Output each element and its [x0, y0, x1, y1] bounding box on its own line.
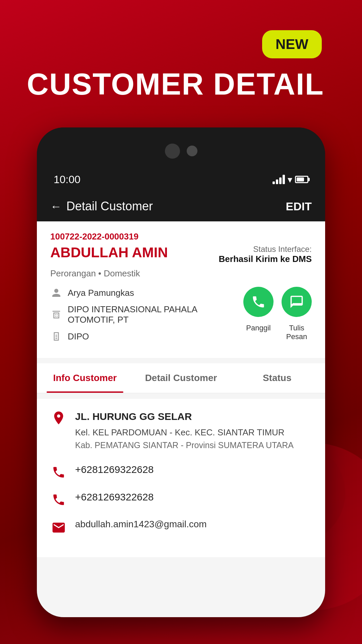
email-icon [50, 520, 67, 535]
screen-title: Detail Customer [66, 199, 153, 213]
address-kelurahan: Kel. KEL PARDOMUAN - Kec. KEC. SIANTAR T… [75, 426, 294, 439]
short-company-row: DIPO [50, 330, 243, 342]
location-icon [50, 410, 67, 426]
status-value: Berhasil Kirim ke DMS [219, 254, 312, 264]
message-button[interactable] [282, 287, 312, 317]
page-title: CUSTOMER DETAIL [27, 67, 324, 102]
person-icon [50, 287, 62, 299]
action-buttons: Panggil Tulis Pesan [243, 287, 312, 341]
customer-name: ABDULLAH AMIN [50, 245, 168, 261]
tab-bar: Info Customer Detail Customer Status [37, 363, 325, 393]
tab-status[interactable]: Status [229, 363, 325, 393]
phone-content: 100722-2022-0000319 ABDULLAH AMIN Status… [37, 221, 325, 617]
customer-meta: Arya Pamungkas DIPO INTERNASIONAL PAHALA… [50, 287, 243, 348]
action-btns-row [243, 287, 312, 317]
status-time: 10:00 [54, 173, 80, 186]
email-address[interactable]: abdullah.amin1423@gmail.com [75, 519, 207, 530]
address-street: JL. HURUNG GG SELAR [75, 409, 294, 424]
customer-header-card: 100722-2022-0000319 ABDULLAH AMIN Status… [37, 221, 325, 358]
customer-info-row: Arya Pamungkas DIPO INTERNASIONAL PAHALA… [50, 287, 312, 348]
building-icon [50, 330, 62, 342]
company-icon [50, 309, 62, 321]
call-button[interactable] [243, 287, 274, 317]
agent-row: Arya Pamungkas [50, 287, 243, 299]
status-label: Status Interface: [219, 245, 312, 254]
email-row: abdullah.amin1423@gmail.com [50, 519, 312, 535]
status-interface: Status Interface: Berhasil Kirim ke DMS [219, 245, 312, 264]
camera-lens-secondary [187, 146, 197, 156]
status-icons: ▾ [273, 174, 308, 185]
wifi-icon: ▾ [288, 174, 292, 185]
agent-name: Arya Pamungkas [68, 288, 134, 298]
signal-icon [273, 175, 285, 184]
camera-area [37, 127, 325, 168]
phone2-row: +6281269322628 [50, 491, 312, 507]
phone1-row: +6281269322628 [50, 464, 312, 479]
customer-id: 100722-2022-0000319 [50, 231, 312, 242]
message-label: Tulis Pesan [282, 324, 312, 341]
camera-lens-main [165, 144, 180, 159]
phone1-number[interactable]: +6281269322628 [75, 464, 154, 475]
address-text: JL. HURUNG GG SELAR Kel. KEL PARDOMUAN -… [75, 409, 294, 452]
battery-icon [295, 176, 308, 183]
tab-info-customer[interactable]: Info Customer [37, 363, 133, 393]
customer-type: Perorangan • Domestik [50, 268, 312, 279]
phone2-icon [50, 493, 67, 507]
tab-detail-customer[interactable]: Detail Customer [133, 363, 229, 393]
address-kabupaten: Kab. PEMATANG SIANTAR - Provinsi SUMATER… [75, 439, 294, 452]
short-company-name: DIPO [68, 331, 89, 342]
company-name: DIPO INTERNASIONAL PAHALA OTOMOTIF, PT [68, 304, 243, 325]
phone-frame: 10:00 ▾ ← Detail Customer EDIT 100722-20… [37, 127, 325, 617]
edit-button[interactable]: EDIT [286, 200, 312, 213]
company-row: DIPO INTERNASIONAL PAHALA OTOMOTIF, PT [50, 304, 243, 325]
call-label: Panggil [243, 324, 274, 341]
customer-status-row: ABDULLAH AMIN Status Interface: Berhasil… [50, 245, 312, 264]
new-badge: NEW [262, 30, 322, 58]
info-customer-section: JL. HURUNG GG SELAR Kel. KEL PARDOMUAN -… [37, 399, 325, 557]
action-btn-labels: Panggil Tulis Pesan [243, 324, 312, 341]
back-button[interactable]: ← Detail Customer [50, 199, 153, 213]
status-bar: 10:00 ▾ [37, 168, 325, 191]
app-bar: ← Detail Customer EDIT [37, 191, 325, 221]
phone1-icon [50, 465, 67, 479]
address-row: JL. HURUNG GG SELAR Kel. KEL PARDOMUAN -… [50, 409, 312, 452]
phone2-number[interactable]: +6281269322628 [75, 491, 154, 503]
back-arrow-icon: ← [50, 200, 62, 213]
